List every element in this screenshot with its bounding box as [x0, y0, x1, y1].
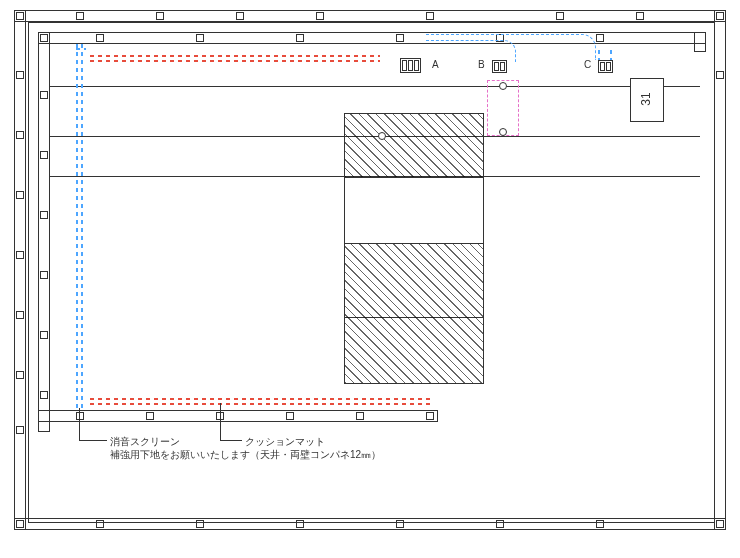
inner-wall-bottom — [38, 410, 438, 422]
room-number: 31 — [639, 92, 653, 105]
mat-line-bottom — [90, 398, 430, 400]
outer-wall-top-inner — [38, 32, 706, 44]
note-reinforce: 補強用下地をお願いいたします（天井・両壁コンパネ12㎜） — [110, 448, 381, 462]
floor-plan-diagram: A B C 31 消音スクリーン クッションマット 補強用下地をお願いいたします… — [0, 0, 740, 558]
outlet-c — [598, 60, 613, 73]
outer-wall-bottom-outer — [14, 518, 726, 530]
outer-wall-right-outer — [714, 10, 726, 530]
guide-line-1 — [50, 86, 700, 87]
note-screen: 消音スクリーン — [110, 435, 180, 449]
outer-wall-left-outer — [14, 10, 26, 530]
cable-arc-b — [426, 40, 516, 62]
note-mat: クッションマット — [245, 435, 325, 449]
screen-line-2 — [81, 44, 83, 408]
mat-line-top — [90, 55, 380, 57]
mat-line-bottom-2 — [90, 403, 430, 405]
outer-wall-top-outer — [14, 10, 726, 22]
outlet-a — [400, 58, 421, 73]
outlet-c-label: C — [584, 59, 591, 70]
outer-wall-right-inner — [694, 32, 706, 52]
mat-line-top-2 — [90, 60, 380, 62]
hatched-panel — [344, 113, 484, 318]
screen-line — [76, 44, 78, 408]
